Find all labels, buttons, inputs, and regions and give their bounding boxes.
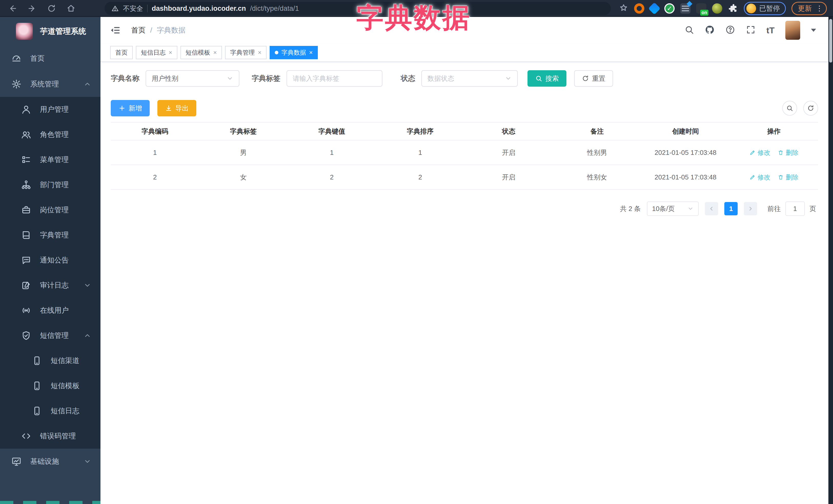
page-size-select[interactable]: 10条/页 xyxy=(647,201,699,216)
app-logo-row[interactable]: 芋道管理系统 xyxy=(0,17,100,46)
scrollbar-thumb[interactable] xyxy=(829,19,832,63)
sidebar-item-sms-template[interactable]: 短信模板 xyxy=(0,373,100,399)
sidebar-toggle-icon[interactable] xyxy=(110,25,120,35)
help-icon[interactable] xyxy=(725,25,735,35)
sidebar-item-departments[interactable]: 部门管理 xyxy=(0,172,100,197)
close-icon[interactable]: × xyxy=(169,49,172,56)
search-button-label: 搜索 xyxy=(545,74,559,83)
browser-update-button[interactable]: 更新 ⋮ xyxy=(791,2,827,15)
add-button[interactable]: 新增 xyxy=(111,100,150,116)
sidebar-item-label: 部门管理 xyxy=(40,180,69,190)
reset-button[interactable]: 重置 xyxy=(574,70,613,87)
table-row: 1 男 1 1 开启 性别男 2021-01-05 17:03:48 修改 删除 xyxy=(111,141,818,165)
sidebar-item-system[interactable]: 系统管理 xyxy=(0,71,100,97)
url-path: /dict/type/data/1 xyxy=(250,5,299,13)
sidebar-item-notices[interactable]: 通知公告 xyxy=(0,248,100,273)
content: 字典名称 用户性别 字典标签 状态 数据状态 搜索 重置 xyxy=(100,70,828,216)
extension-kite-icon[interactable] xyxy=(648,2,661,15)
extension-toggles-icon[interactable] xyxy=(680,3,690,14)
goto-page-input[interactable] xyxy=(785,201,805,216)
edit-link[interactable]: 修改 xyxy=(749,148,770,157)
search-icon xyxy=(786,104,793,112)
tab-dict-data[interactable]: 字典数据× xyxy=(270,46,318,59)
sidebar-item-label: 用户管理 xyxy=(40,104,69,114)
scrollbar[interactable] xyxy=(828,17,833,504)
extensions-puzzle-icon[interactable] xyxy=(728,3,738,14)
column-header: 字典键值 xyxy=(288,127,376,136)
sidebar-item-users[interactable]: 用户管理 xyxy=(0,97,100,122)
edit-link[interactable]: 修改 xyxy=(749,173,770,182)
current-page-button[interactable]: 1 xyxy=(724,202,738,215)
extension-orange-icon[interactable] xyxy=(634,3,644,14)
refresh-icon xyxy=(582,75,589,82)
delete-label: 删除 xyxy=(786,173,799,182)
status-select[interactable]: 数据状态 xyxy=(421,70,518,87)
sidebar-item-audit-logs[interactable]: 审计日志 xyxy=(0,273,100,298)
sidebar-item-posts[interactable]: 岗位管理 xyxy=(0,197,100,222)
github-icon[interactable] xyxy=(705,25,715,35)
sidebar-item-online-users[interactable]: 在线用户 xyxy=(0,298,100,323)
browser-forward-icon[interactable] xyxy=(26,3,38,14)
export-button[interactable]: 导出 xyxy=(158,100,196,116)
security-label: 不安全 xyxy=(123,4,143,13)
fullscreen-icon[interactable] xyxy=(746,25,756,35)
sidebar-item-error-codes[interactable]: 错误码管理 xyxy=(0,424,100,449)
avatar[interactable] xyxy=(785,21,800,40)
next-page-button[interactable] xyxy=(744,202,757,215)
refresh-table-button[interactable] xyxy=(803,101,818,116)
kebab-menu-icon[interactable]: ⋮ xyxy=(816,5,823,12)
tab-label: 字典管理 xyxy=(230,48,255,57)
breadcrumb-home[interactable]: 首页 xyxy=(131,25,146,35)
pagination: 共 2 条 10条/页 1 前往 页 xyxy=(111,201,818,216)
delete-link[interactable]: 删除 xyxy=(778,173,799,182)
browser-reload-icon[interactable] xyxy=(46,3,57,14)
close-icon[interactable]: × xyxy=(258,49,261,56)
sidebar-item-sms[interactable]: 短信管理 xyxy=(0,323,100,348)
tab-sms-template[interactable]: 短信模板× xyxy=(181,46,222,59)
search-button[interactable]: 搜索 xyxy=(527,70,567,87)
app-logo xyxy=(16,23,33,40)
column-header: 状态 xyxy=(465,127,553,136)
sidebar-item-infrastructure[interactable]: 基础设施 xyxy=(0,449,100,474)
close-icon[interactable]: × xyxy=(309,49,313,56)
font-size-icon[interactable]: tT xyxy=(766,25,775,35)
tab-home[interactable]: 首页 xyxy=(110,46,133,59)
tab-sms-log[interactable]: 短信日志× xyxy=(136,46,177,59)
cell-created: 2021-01-05 17:03:48 xyxy=(641,173,730,181)
extension-dark-icon[interactable]: on xyxy=(696,3,706,14)
extension-olive-icon[interactable] xyxy=(712,3,722,14)
tab-dict-manage[interactable]: 字典管理× xyxy=(225,46,266,59)
sidebar-item-sms-channel[interactable]: 短信渠道 xyxy=(0,348,100,373)
chevron-down-icon xyxy=(687,206,694,212)
tab-label: 短信模板 xyxy=(186,48,210,57)
prev-page-button[interactable] xyxy=(705,202,718,215)
browser-back-icon[interactable] xyxy=(7,3,19,14)
sidebar-item-label: 字典管理 xyxy=(40,230,69,240)
sidebar-item-home[interactable]: 首页 xyxy=(0,46,100,71)
dict-name-select[interactable]: 用户性别 xyxy=(146,70,239,87)
sidebar-item-label: 短信渠道 xyxy=(51,356,79,365)
sidebar: 芋道管理系统 首页 系统管理 用户管理 角色管理 菜单管理 xyxy=(0,17,100,504)
bookmark-star-icon[interactable] xyxy=(619,3,628,14)
on-badge: on xyxy=(700,10,709,16)
search-icon[interactable] xyxy=(684,25,694,35)
profile-paused-chip[interactable]: 已暂停 xyxy=(744,2,786,15)
chevron-up-icon xyxy=(84,80,91,88)
sidebar-item-roles[interactable]: 角色管理 xyxy=(0,122,100,147)
toggle-search-button[interactable] xyxy=(782,101,797,116)
close-icon[interactable]: × xyxy=(213,49,217,56)
shield-check-icon xyxy=(21,331,31,341)
chevron-right-icon xyxy=(747,206,754,212)
dict-tag-input[interactable] xyxy=(287,70,382,87)
sidebar-item-dict[interactable]: 字典管理 xyxy=(0,222,100,248)
avatar-caret-icon[interactable] xyxy=(811,29,816,32)
total-count: 共 2 条 xyxy=(620,204,641,213)
column-header: 字典编码 xyxy=(111,127,199,136)
sidebar-item-menus[interactable]: 菜单管理 xyxy=(0,147,100,172)
plus-icon xyxy=(118,104,125,112)
tags-view-bar: 首页 短信日志× 短信模板× 字典管理× 字典数据× xyxy=(100,44,828,62)
browser-home-icon[interactable] xyxy=(65,3,77,14)
extension-check-icon[interactable]: ✓ xyxy=(664,3,674,14)
delete-link[interactable]: 删除 xyxy=(778,148,799,157)
sidebar-item-sms-log[interactable]: 短信日志 xyxy=(0,399,100,424)
